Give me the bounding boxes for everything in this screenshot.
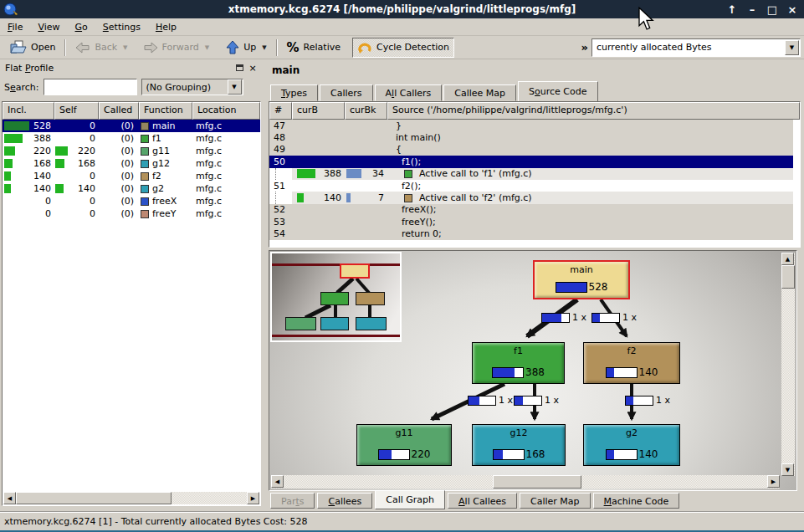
minimize-button[interactable]: – [745, 3, 759, 16]
float-dock-button[interactable] [234, 63, 244, 73]
call-count-bar [625, 396, 653, 406]
tab-all-callees[interactable]: All Callees [448, 493, 517, 509]
flat-profile-hscrollbar[interactable]: ◀ ▶ [3, 492, 259, 504]
maximize-button[interactable]: □ [766, 3, 779, 16]
source-line-50-selected[interactable]: 50 f1(); [269, 156, 793, 167]
edge-label-main-f2: 1 x [591, 312, 637, 323]
scroll-left-icon[interactable]: ◀ [271, 475, 284, 488]
column-header-curbk[interactable]: curBk [345, 102, 387, 120]
tab-callers[interactable]: Callers [320, 84, 373, 101]
menu-help[interactable]: Help [148, 20, 184, 34]
graph-node-f2[interactable]: f2 140 [583, 342, 680, 384]
menu-go[interactable]: Go [68, 20, 95, 34]
edge-label-f1-g11: 1 x [468, 395, 513, 406]
function-color-swatch [404, 170, 412, 178]
table-row-f1[interactable]: 388 0 (0) f1 mfg.c [3, 132, 260, 145]
source-line-48[interactable]: 48 int main() [269, 131, 793, 143]
column-header-curb[interactable]: curB [292, 102, 345, 120]
graph-vscrollbar[interactable]: ▲ ▼ [781, 253, 795, 476]
source-line-51[interactable]: 51 f2(); [269, 180, 793, 192]
grouping-combobox[interactable]: (No Grouping) ▼ [141, 79, 243, 95]
graph-node-g12[interactable]: g12 168 [472, 424, 566, 466]
toolbar: Open Back ▼ Forward ▼ Up ▼ % Rela [0, 36, 804, 59]
event-type-combobox[interactable]: currently allocated Bytes ▼ [591, 38, 801, 57]
forward-button[interactable]: Forward ▼ [138, 38, 215, 58]
close-button[interactable]: × [786, 3, 799, 16]
menu-file[interactable]: File [0, 20, 30, 34]
source-line-52[interactable]: 52 freeX(); [269, 204, 793, 216]
call-count-bar [514, 396, 542, 406]
graph-node-g11[interactable]: g11 220 [356, 424, 452, 466]
scroll-right-icon[interactable]: ▶ [767, 475, 780, 488]
open-button[interactable]: Open [5, 38, 60, 58]
edge-label-f1-g12: 1 x [514, 395, 559, 406]
table-row-freeY[interactable]: 0 0 (0) freeY mfg.c [3, 207, 260, 220]
graph-node-main[interactable]: main 528 [533, 260, 630, 299]
scroll-down-icon[interactable]: ▼ [781, 463, 794, 476]
scroll-left-icon[interactable]: ◀ [3, 492, 16, 504]
shade-button[interactable]: ↑ [725, 3, 739, 16]
column-header-function[interactable]: Function [139, 102, 192, 120]
column-header-location[interactable]: Location [192, 102, 260, 120]
cost-bar [493, 449, 525, 460]
function-color-swatch [141, 172, 149, 181]
column-header-incl[interactable]: Incl. [3, 102, 54, 120]
tab-caller-map[interactable]: Caller Map [520, 493, 591, 509]
tab-types[interactable]: Types [270, 84, 318, 101]
tab-parts[interactable]: Parts [270, 493, 315, 509]
source-call-row-f1[interactable]: 388 34 Active call to 'f1' (mfg.c) [269, 168, 793, 180]
forward-arrow-icon [143, 42, 158, 54]
source-call-row-f2[interactable]: 140 7 Active call to 'f2' (mfg.c) [269, 192, 793, 203]
table-row-g2[interactable]: 140 140 (0) g2 mfg.c [3, 182, 260, 195]
column-header-source[interactable]: Source ('/home/philippe/valgrind/littlep… [387, 102, 800, 120]
up-button[interactable]: Up ▼ [221, 38, 271, 58]
function-color-swatch [141, 147, 149, 156]
tab-machine-code[interactable]: Machine Code [593, 493, 680, 509]
source-line-54[interactable]: 54 return 0; [269, 228, 793, 240]
tab-call-graph[interactable]: Call Graph [375, 490, 445, 509]
call-graph-view[interactable]: main 528 f1 388 f2 140 g11 220 g12 168 g… [269, 250, 797, 491]
graph-node-g2[interactable]: g2 140 [583, 424, 680, 466]
function-color-swatch [141, 135, 149, 143]
tab-all-callers[interactable]: All Callers [375, 84, 443, 101]
bottom-tabs: Parts Callees Call Graph All Callees Cal… [270, 490, 682, 510]
menu-view[interactable]: View [30, 20, 67, 34]
tab-source-code[interactable]: Source Code [518, 81, 597, 101]
up-dropdown-icon[interactable]: ▼ [262, 44, 266, 51]
graph-overview-map[interactable] [270, 252, 402, 342]
chevron-down-icon[interactable]: ▼ [785, 40, 799, 55]
close-dock-button[interactable]: × [248, 63, 258, 73]
tab-callees[interactable]: Callees [317, 493, 372, 509]
cycle-detection-button[interactable]: Cycle Detection [352, 38, 454, 58]
table-row-g12[interactable]: 168 168 (0) g12 mfg.c [3, 157, 260, 170]
column-header-line[interactable]: # [269, 102, 292, 120]
tab-callee-map[interactable]: Callee Map [443, 84, 516, 101]
toolbar-overflow-chevron[interactable]: » [578, 41, 591, 54]
search-input[interactable] [44, 79, 137, 95]
menu-settings[interactable]: Settings [95, 20, 148, 34]
source-line-47[interactable]: 47 } [269, 120, 793, 131]
graph-node-f1[interactable]: f1 388 [472, 342, 565, 384]
column-header-called[interactable]: Called [99, 102, 139, 120]
graph-hscrollbar[interactable]: ◀ ▶ [271, 475, 780, 489]
source-line-53[interactable]: 53 freeY(); [269, 216, 793, 228]
scroll-up-icon[interactable]: ▲ [781, 253, 794, 265]
scrollbar-thumb[interactable] [16, 492, 172, 504]
source-line-49[interactable]: 49 { [269, 144, 793, 156]
table-row-g11[interactable]: 220 220 (0) g11 mfg.c [3, 145, 260, 157]
scrollbar-thumb[interactable] [493, 475, 581, 489]
tree-branch-icon [275, 168, 276, 180]
table-row-f2[interactable]: 140 0 (0) f2 mfg.c [3, 170, 260, 182]
scroll-right-icon[interactable]: ▶ [247, 492, 259, 504]
forward-dropdown-icon[interactable]: ▼ [205, 44, 209, 51]
chevron-down-icon[interactable]: ▼ [228, 79, 242, 95]
column-header-self[interactable]: Self [54, 102, 99, 120]
overview-border-line [272, 335, 400, 337]
relative-button[interactable]: % Relative [282, 38, 346, 58]
table-row-main[interactable]: 528 0 (0) main mfg.c [3, 120, 260, 132]
scrollbar-thumb[interactable] [781, 265, 795, 289]
table-row-freeX[interactable]: 0 0 (0) freeX mfg.c [3, 195, 260, 207]
back-button[interactable]: Back ▼ [70, 38, 132, 58]
search-row: Search: (No Grouping) ▼ [2, 76, 261, 98]
back-dropdown-icon[interactable]: ▼ [123, 44, 127, 51]
